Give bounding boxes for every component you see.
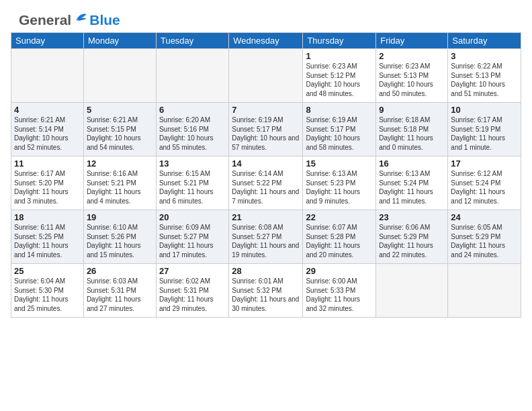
day-number: 6: [159, 105, 226, 115]
day-number: 7: [232, 105, 300, 115]
day-number: 15: [306, 158, 373, 169]
calendar-cell: 26Sunrise: 6:03 AMSunset: 5:31 PMDayligh…: [83, 264, 156, 318]
calendar-cell: 24Sunrise: 6:05 AMSunset: 5:29 PMDayligh…: [448, 210, 521, 264]
day-number: 19: [87, 212, 153, 222]
day-info: Sunrise: 6:05 AMSunset: 5:29 PMDaylight:…: [451, 223, 518, 259]
day-number: 13: [159, 158, 226, 169]
calendar-cell: [156, 49, 228, 103]
calendar-cell: 27Sunrise: 6:02 AMSunset: 5:31 PMDayligh…: [156, 264, 228, 318]
day-number: 24: [451, 212, 518, 222]
calendar-cell: 12Sunrise: 6:16 AMSunset: 5:21 PMDayligh…: [83, 156, 156, 210]
weekday-header-thursday: Thursday: [303, 33, 376, 49]
day-number: 21: [232, 212, 300, 222]
calendar-cell: 20Sunrise: 6:09 AMSunset: 5:27 PMDayligh…: [156, 210, 228, 264]
calendar-cell: 14Sunrise: 6:14 AMSunset: 5:22 PMDayligh…: [229, 156, 303, 210]
calendar-cell: 17Sunrise: 6:12 AMSunset: 5:24 PMDayligh…: [448, 156, 521, 210]
day-info: Sunrise: 6:00 AMSunset: 5:33 PMDaylight:…: [306, 277, 373, 313]
logo-bird-icon: [72, 11, 89, 26]
calendar-cell: 4Sunrise: 6:21 AMSunset: 5:14 PMDaylight…: [11, 103, 84, 156]
calendar-cell: 1Sunrise: 6:23 AMSunset: 5:12 PMDaylight…: [303, 49, 376, 103]
weekday-header-monday: Monday: [83, 33, 156, 49]
day-number: 26: [87, 266, 153, 276]
weekday-header-saturday: Saturday: [448, 33, 521, 49]
calendar-cell: 3Sunrise: 6:22 AMSunset: 5:13 PMDaylight…: [448, 49, 521, 103]
day-info: Sunrise: 6:04 AMSunset: 5:30 PMDaylight:…: [14, 277, 81, 313]
day-info: Sunrise: 6:21 AMSunset: 5:14 PMDaylight:…: [14, 116, 81, 152]
calendar-table: SundayMondayTuesdayWednesdayThursdayFrid…: [11, 32, 521, 318]
day-info: Sunrise: 6:20 AMSunset: 5:16 PMDaylight:…: [159, 116, 226, 152]
day-info: Sunrise: 6:16 AMSunset: 5:21 PMDaylight:…: [87, 169, 153, 205]
weekday-header-sunday: Sunday: [11, 33, 84, 49]
calendar-cell: [376, 264, 448, 318]
day-info: Sunrise: 6:17 AMSunset: 5:19 PMDaylight:…: [451, 116, 518, 152]
day-number: 29: [306, 266, 373, 276]
day-number: 16: [379, 158, 445, 169]
day-info: Sunrise: 6:06 AMSunset: 5:29 PMDaylight:…: [379, 223, 445, 259]
calendar-cell: 11Sunrise: 6:17 AMSunset: 5:20 PMDayligh…: [11, 156, 84, 210]
day-info: Sunrise: 6:01 AMSunset: 5:32 PMDaylight:…: [232, 277, 300, 313]
calendar-cell: [448, 264, 521, 318]
day-info: Sunrise: 6:11 AMSunset: 5:25 PMDaylight:…: [14, 223, 81, 259]
day-info: Sunrise: 6:10 AMSunset: 5:26 PMDaylight:…: [87, 223, 153, 259]
weekday-header-friday: Friday: [376, 33, 448, 49]
calendar-cell: 6Sunrise: 6:20 AMSunset: 5:16 PMDaylight…: [156, 103, 228, 156]
calendar-cell: 18Sunrise: 6:11 AMSunset: 5:25 PMDayligh…: [11, 210, 84, 264]
calendar-cell: 8Sunrise: 6:19 AMSunset: 5:17 PMDaylight…: [303, 103, 376, 156]
day-number: 25: [14, 266, 81, 276]
calendar-cell: [229, 49, 303, 103]
day-number: 22: [306, 212, 373, 222]
day-info: Sunrise: 6:02 AMSunset: 5:31 PMDaylight:…: [159, 277, 226, 313]
day-number: 12: [87, 158, 153, 169]
day-info: Sunrise: 6:03 AMSunset: 5:31 PMDaylight:…: [87, 277, 153, 313]
day-info: Sunrise: 6:23 AMSunset: 5:12 PMDaylight:…: [306, 62, 373, 98]
day-info: Sunrise: 6:21 AMSunset: 5:15 PMDaylight:…: [87, 116, 153, 152]
calendar-cell: 9Sunrise: 6:18 AMSunset: 5:18 PMDaylight…: [376, 103, 448, 156]
day-number: 17: [451, 158, 518, 169]
day-info: Sunrise: 6:18 AMSunset: 5:18 PMDaylight:…: [379, 116, 445, 152]
day-info: Sunrise: 6:15 AMSunset: 5:21 PMDaylight:…: [159, 169, 226, 205]
day-number: 4: [14, 105, 81, 115]
calendar-cell: 10Sunrise: 6:17 AMSunset: 5:19 PMDayligh…: [448, 103, 521, 156]
calendar-cell: 19Sunrise: 6:10 AMSunset: 5:26 PMDayligh…: [83, 210, 156, 264]
day-number: 2: [379, 51, 445, 61]
logo: General Blue: [19, 12, 120, 28]
day-info: Sunrise: 6:08 AMSunset: 5:27 PMDaylight:…: [232, 223, 300, 259]
weekday-header-wednesday: Wednesday: [229, 33, 303, 49]
calendar-cell: 21Sunrise: 6:08 AMSunset: 5:27 PMDayligh…: [229, 210, 303, 264]
calendar-cell: 7Sunrise: 6:19 AMSunset: 5:17 PMDaylight…: [229, 103, 303, 156]
day-info: Sunrise: 6:14 AMSunset: 5:22 PMDaylight:…: [232, 169, 300, 205]
day-number: 28: [232, 266, 300, 276]
day-number: 9: [379, 105, 445, 115]
calendar-cell: [83, 49, 156, 103]
weekday-header-tuesday: Tuesday: [156, 33, 228, 49]
calendar-cell: 28Sunrise: 6:01 AMSunset: 5:32 PMDayligh…: [229, 264, 303, 318]
calendar-cell: [11, 49, 84, 103]
calendar-cell: 15Sunrise: 6:13 AMSunset: 5:23 PMDayligh…: [303, 156, 376, 210]
calendar-cell: 5Sunrise: 6:21 AMSunset: 5:15 PMDaylight…: [83, 103, 156, 156]
day-info: Sunrise: 6:09 AMSunset: 5:27 PMDaylight:…: [159, 223, 226, 259]
calendar-cell: 16Sunrise: 6:13 AMSunset: 5:24 PMDayligh…: [376, 156, 448, 210]
day-number: 18: [14, 212, 81, 222]
day-number: 3: [451, 51, 518, 61]
calendar-cell: 23Sunrise: 6:06 AMSunset: 5:29 PMDayligh…: [376, 210, 448, 264]
day-info: Sunrise: 6:19 AMSunset: 5:17 PMDaylight:…: [306, 116, 373, 152]
day-info: Sunrise: 6:07 AMSunset: 5:28 PMDaylight:…: [306, 223, 373, 259]
logo-general-text: General: [19, 12, 71, 28]
day-info: Sunrise: 6:13 AMSunset: 5:24 PMDaylight:…: [379, 169, 445, 205]
calendar-cell: 2Sunrise: 6:23 AMSunset: 5:13 PMDaylight…: [376, 49, 448, 103]
logo-blue-text: Blue: [89, 12, 120, 28]
day-info: Sunrise: 6:19 AMSunset: 5:17 PMDaylight:…: [232, 116, 300, 152]
day-info: Sunrise: 6:22 AMSunset: 5:13 PMDaylight:…: [451, 62, 518, 98]
day-info: Sunrise: 6:23 AMSunset: 5:13 PMDaylight:…: [379, 62, 445, 98]
day-number: 1: [306, 51, 373, 61]
calendar-cell: 13Sunrise: 6:15 AMSunset: 5:21 PMDayligh…: [156, 156, 228, 210]
day-number: 23: [379, 212, 445, 222]
day-number: 27: [159, 266, 226, 276]
calendar-cell: 29Sunrise: 6:00 AMSunset: 5:33 PMDayligh…: [303, 264, 376, 318]
day-info: Sunrise: 6:17 AMSunset: 5:20 PMDaylight:…: [14, 169, 81, 205]
day-info: Sunrise: 6:13 AMSunset: 5:23 PMDaylight:…: [306, 169, 373, 205]
day-info: Sunrise: 6:12 AMSunset: 5:24 PMDaylight:…: [451, 169, 518, 205]
day-number: 14: [232, 158, 300, 169]
day-number: 8: [306, 105, 373, 115]
day-number: 20: [159, 212, 226, 222]
